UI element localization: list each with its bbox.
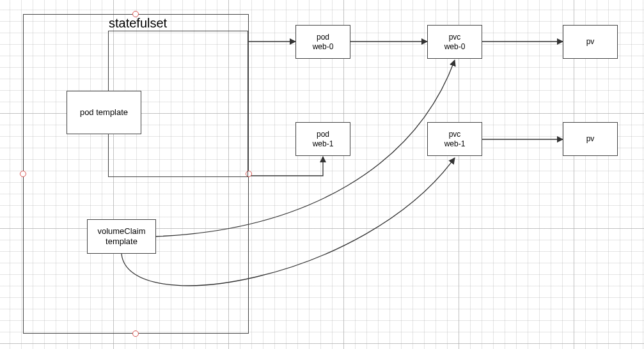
pvc-web-1-label: pvc web-1 [444,130,466,149]
pvc-web-0[interactable]: pvc web-0 [427,25,482,59]
pv-1[interactable]: pv [563,122,618,156]
edge-podtpl-to-pod1 [248,157,323,176]
pv-0[interactable]: pv [563,25,618,59]
pod-template-box[interactable]: pod template [67,91,141,134]
resize-handle-left[interactable] [20,171,26,177]
volume-claim-template-box[interactable]: volumeClaim template [87,219,156,254]
statefulset-title: statefulset [109,17,167,29]
pod-web-1-label: pod web-1 [313,130,334,149]
pod-template-label: pod template [80,107,128,118]
pod-web-0-label: pod web-0 [313,33,334,52]
pvc-web-1[interactable]: pvc web-1 [427,122,482,156]
pv-1-label: pv [586,134,595,144]
pv-0-label: pv [586,37,595,47]
pod-web-0[interactable]: pod web-0 [295,25,350,59]
resize-handle-bottom[interactable] [132,330,139,337]
pvc-web-0-label: pvc web-0 [444,33,466,52]
volume-claim-template-label: volumeClaim template [97,226,145,247]
pod-web-1[interactable]: pod web-1 [295,122,350,156]
